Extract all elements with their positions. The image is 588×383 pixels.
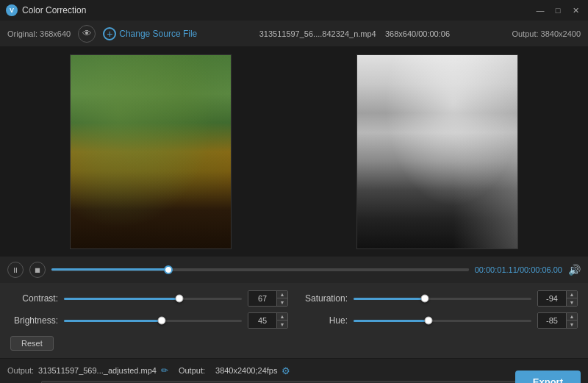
hue-control: Hue: ▲ ▼ <box>300 312 578 329</box>
progress-bar[interactable] <box>51 268 469 271</box>
hue-spin-buttons: ▲ ▼ <box>566 313 577 328</box>
eye-icon: 👁 <box>82 28 92 39</box>
original-resolution-label: Original: 368x640 <box>7 29 71 38</box>
saturation-slider-fill <box>354 298 425 300</box>
reset-button[interactable]: Reset <box>10 336 54 351</box>
contrast-value-input[interactable] <box>248 291 276 306</box>
original-video-panel <box>70 54 232 249</box>
toolbar: Original: 368x640 👁 + Change Source File… <box>0 21 588 47</box>
saturation-value-input-group: ▲ ▼ <box>537 290 578 307</box>
preview-toggle-button[interactable]: 👁 <box>78 25 96 43</box>
hue-value-input[interactable] <box>538 313 566 328</box>
export-button[interactable]: Export <box>515 371 581 383</box>
contrast-slider[interactable] <box>64 293 242 304</box>
saturation-spin-buttons: ▲ ▼ <box>566 291 577 306</box>
output-row: Output: 313511597_569..._adjusted.mp4 ✏ … <box>7 365 581 376</box>
pause-button[interactable]: ⏸ <box>7 262 24 278</box>
controls-row-1: Contrast: ▲ ▼ Saturation: <box>10 290 578 307</box>
controls-section: Contrast: ▲ ▼ Saturation: <box>0 283 588 358</box>
bottom-bar: Output: 313511597_569..._adjusted.mp4 ✏ … <box>0 358 588 383</box>
hue-label: Hue: <box>300 315 348 326</box>
hue-slider[interactable] <box>354 315 531 326</box>
change-source-button[interactable]: + Change Source File <box>103 27 197 40</box>
reset-row: Reset <box>10 334 578 351</box>
saturation-slider[interactable] <box>354 293 531 304</box>
brightness-slider-thumb[interactable] <box>158 317 166 325</box>
saturation-control: Saturation: ▲ ▼ <box>300 290 578 307</box>
output-quality-value: 3840x2400;24fps <box>215 366 277 375</box>
file-name-label: 313511597_56....842324_n.mp4 368x640/00:… <box>204 29 504 38</box>
settings-icon[interactable]: ⚙ <box>282 365 290 376</box>
contrast-spin-up[interactable]: ▲ <box>277 291 287 298</box>
brightness-spin-down[interactable]: ▼ <box>277 321 287 328</box>
contrast-slider-thumb[interactable] <box>176 295 184 303</box>
contrast-value-input-group: ▲ ▼ <box>248 290 288 307</box>
contrast-slider-fill <box>64 298 179 300</box>
change-source-label: Change Source File <box>119 29 197 39</box>
stop-icon: ⏹ <box>34 266 41 274</box>
saturation-value-input[interactable] <box>538 291 566 306</box>
contrast-control: Contrast: ▲ ▼ <box>10 290 288 307</box>
hue-slider-fill <box>354 320 429 322</box>
brightness-value-input-group: ▲ ▼ <box>248 312 288 329</box>
contrast-spin-buttons: ▲ ▼ <box>276 291 287 306</box>
contrast-label: Contrast: <box>10 293 58 304</box>
saturation-spin-down[interactable]: ▼ <box>567 298 577 306</box>
volume-icon[interactable]: 🔊 <box>568 264 581 276</box>
brightness-slider[interactable] <box>64 315 242 326</box>
brightness-slider-fill <box>64 320 162 322</box>
progress-thumb[interactable] <box>164 265 173 274</box>
close-button[interactable]: ✕ <box>569 4 582 17</box>
edit-filename-icon[interactable]: ✏ <box>161 365 168 376</box>
time-display: 00:00:01.11/00:00:06.00 <box>475 265 562 274</box>
controls-row-2: Brightness: ▲ ▼ Hue: <box>10 312 578 329</box>
brightness-value-input[interactable] <box>248 313 276 328</box>
hue-slider-thumb[interactable] <box>424 317 432 325</box>
saturation-slider-thumb[interactable] <box>420 295 429 303</box>
output-quality-label: Output: <box>179 366 205 375</box>
stop-button[interactable]: ⏹ <box>29 262 46 278</box>
hue-spin-up[interactable]: ▲ <box>567 313 577 321</box>
app-icon: V <box>6 4 18 16</box>
pause-icon: ⏸ <box>12 266 19 274</box>
hue-value-input-group: ▲ ▼ <box>537 312 578 329</box>
hue-spin-down[interactable]: ▼ <box>567 321 577 328</box>
output-video-panel <box>356 54 518 249</box>
saturation-spin-up[interactable]: ▲ <box>567 291 577 298</box>
playback-bar: ⏸ ⏹ 00:00:01.11/00:00:06.00 🔊 <box>0 257 588 283</box>
minimize-button[interactable]: — <box>534 4 547 17</box>
progress-fill <box>51 268 168 271</box>
title-bar: V Color Correction — □ ✕ <box>0 0 588 21</box>
title-text: Color Correction <box>22 5 529 15</box>
plus-icon: + <box>103 27 116 40</box>
saturation-label: Saturation: <box>300 293 348 304</box>
output-resolution-label: Output: 3840x2400 <box>512 29 581 38</box>
maximize-button[interactable]: □ <box>551 4 564 17</box>
save-row: Save to: C:\Vidmore\Vidmore Vi...rter\Co… <box>7 379 581 383</box>
brightness-spin-buttons: ▲ ▼ <box>276 313 287 328</box>
preview-area <box>0 47 588 257</box>
brightness-control: Brightness: ▲ ▼ <box>10 312 288 329</box>
output-file-label: Output: <box>7 366 34 375</box>
brightness-spin-up[interactable]: ▲ <box>277 313 287 321</box>
output-filename-text: 313511597_569..._adjusted.mp4 <box>38 366 157 375</box>
contrast-spin-down[interactable]: ▼ <box>277 298 287 306</box>
brightness-label: Brightness: <box>10 315 58 326</box>
